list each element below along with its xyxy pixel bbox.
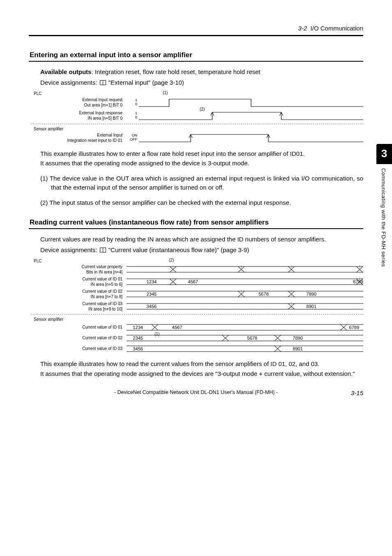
diag2-row-id01: Current value of ID 01IN area [n+5 to 6]…	[31, 276, 363, 287]
d2r2a: Current value of ID 02	[31, 289, 122, 294]
svg-text:5678: 5678	[247, 336, 258, 340]
device-assignments-1: Device assignments: "External input" (pa…	[40, 78, 363, 87]
diag1-r2b: IN area [n+5] BIT 0	[31, 116, 122, 121]
diag1-marker-1: (1)	[163, 90, 168, 95]
chapter-label: Communicating with the FD-MH series	[376, 164, 391, 271]
diag1-r3a: External Input	[31, 132, 122, 138]
header-sec-num: 3-2	[298, 25, 307, 32]
diag2-plc-label: PLC	[34, 259, 363, 263]
diag2-sa-row3: Current value of ID 03 3456 8901	[31, 344, 363, 354]
available-outputs-rest: : Integration reset, flow rate hold rese…	[91, 68, 260, 75]
page-header: 3-2 I/O Communication	[29, 25, 363, 32]
diag1-row-3: External InputIntegration reset input to…	[31, 132, 363, 144]
available-outputs-lead: Available outputs	[40, 68, 91, 75]
header-sec-title: I/O Communication	[311, 25, 363, 32]
s1-item2: (2) The input status of the sensor ampli…	[40, 198, 363, 207]
diag2-id03-wave: 3456 8901	[127, 302, 363, 310]
page-footer: - DeviceNet Compatible Network Unit DL-D…	[29, 389, 363, 395]
diag1-wave-1	[139, 97, 363, 108]
d2r0a: Current value property	[31, 264, 122, 269]
svg-text:2345: 2345	[133, 336, 143, 340]
footer-page-num: 3-15	[351, 389, 363, 396]
diag2-sa-row1: Current value of ID 01 1234 4567 6789	[31, 322, 363, 332]
diag2-sa-label: Sensor amplifier	[34, 317, 363, 322]
diag1-sa-label: Sensor amplifier	[34, 127, 363, 131]
diag1-r3b: Integration reset input to ID 01	[31, 138, 122, 143]
d2s2: Current value of ID 02	[31, 335, 122, 341]
svg-text:3456: 3456	[133, 346, 143, 351]
diag2-divider	[31, 314, 363, 315]
dev-assign-post: "External input" (page 3-10)	[107, 79, 184, 86]
svg-text:5678: 5678	[258, 292, 269, 296]
diag1-marker-2: (2)	[200, 107, 205, 111]
book-ref-icon	[100, 80, 106, 85]
diag1-wave-2	[139, 110, 363, 121]
section-title-1: Entering an external input into a sensor…	[29, 51, 363, 59]
s2-para1: Current values are read by reading the I…	[40, 235, 363, 244]
d2r2b: IN area [n+7 to 8]	[31, 294, 122, 299]
s1-para2: It assumes that the operating mode assig…	[40, 159, 363, 168]
footer-text: - DeviceNet Compatible Network Unit DL-D…	[114, 389, 278, 395]
lvl0a: 0	[127, 102, 137, 107]
diag2-row-id03: Current value of ID 03IN area [n+9 to 10…	[31, 301, 363, 312]
diag2-row-id02: Current value of ID 02IN area [n+7 to 8]…	[31, 289, 363, 299]
svg-text:8901: 8901	[293, 346, 303, 351]
diag2-marker-2: (2)	[169, 258, 174, 262]
d2r0b: Bits in IN area [n+4]	[31, 269, 122, 275]
diag2-sa-wave1: 1234 4567 6789	[127, 324, 363, 331]
diag1-wave-3	[139, 132, 363, 144]
svg-text:2345: 2345	[147, 292, 157, 296]
rule	[29, 61, 363, 62]
svg-text:4567: 4567	[188, 279, 198, 284]
diag2-id02-wave: 2345 5678 7890	[127, 290, 363, 298]
s2-para3: It assumes that the operating mode assig…	[40, 369, 363, 378]
d2r3b: IN area [n+9 to 10]	[31, 306, 122, 312]
svg-text:6789: 6789	[353, 279, 363, 284]
diag1-row-2: External Input responseIN area [n+5] BIT…	[31, 110, 363, 121]
timing-diagram-1: PLC (1) External Input requestOut area […	[31, 91, 363, 144]
dev-assign-pre: Device assignments:	[40, 79, 99, 86]
diag1-r2a: External Input response	[31, 110, 122, 116]
s1-item1: (1) The device value in the OUT area whi…	[40, 174, 363, 192]
svg-text:8901: 8901	[307, 304, 317, 308]
header-rule	[29, 35, 363, 36]
diag2-sa-wave3: 3456 8901	[127, 345, 363, 352]
book-ref-icon-2	[100, 248, 106, 253]
diag1-divider	[31, 124, 363, 124]
available-outputs: Available outputs: Integration reset, fl…	[40, 67, 363, 76]
svg-text:6789: 6789	[349, 325, 360, 329]
diag1-r1b: Out area [m+1] BIT 0	[31, 102, 122, 108]
diag1-row-1: External Input requestOut area [m+1] BIT…	[31, 97, 363, 108]
chapter-number: 3	[376, 144, 392, 164]
d2s3: Current value of ID 03	[31, 346, 122, 351]
chapter-side-tab: 3 Communicating with the FD-MH series	[376, 144, 392, 271]
d2r3a: Current value of ID 03	[31, 301, 122, 306]
svg-text:3456: 3456	[147, 304, 157, 308]
device-assignments-2: Device assignments: "Current value (inst…	[40, 246, 363, 255]
svg-text:1234: 1234	[147, 279, 157, 284]
d2s1: Current value of ID 01	[31, 324, 122, 330]
diag2-prop-wave	[127, 265, 363, 273]
d2r1a: Current value of ID 01	[31, 276, 122, 282]
s1-para1: This example illustrates how to enter a …	[40, 149, 363, 158]
svg-text:7890: 7890	[293, 336, 303, 340]
svg-text:4567: 4567	[172, 325, 182, 329]
dev-assign-post-2: "Current value (instantaneous flow rate)…	[107, 246, 249, 253]
diag2-sa-row2: Current value of ID 02 2345 5678 7890	[31, 333, 363, 343]
diag2-row-prop: Current value propertyBits in IN area [n…	[31, 264, 363, 275]
svg-text:1234: 1234	[133, 325, 143, 329]
diag2-sa-wave2: 2345 5678 7890	[127, 334, 363, 342]
off-label: OFF	[127, 138, 137, 142]
d2r1b: IN area [n+5 to 6]	[31, 282, 122, 287]
dev-assign-pre-2: Device assignments:	[40, 246, 99, 253]
diag1-r1a: External Input request	[31, 97, 122, 102]
s2-para2: This example illustrates how to read the…	[40, 359, 363, 368]
timing-diagram-2: PLC (2) Current value propertyBits in IN…	[31, 259, 363, 354]
svg-text:7890: 7890	[307, 292, 317, 296]
diag2-id01-wave: 1234 4567 6789	[127, 278, 363, 286]
section-title-2: Reading current values (instantaneous fl…	[29, 218, 363, 227]
rule-2	[29, 228, 363, 229]
diag1-plc-label: PLC	[34, 91, 363, 96]
lvl0b: 0	[127, 116, 137, 120]
